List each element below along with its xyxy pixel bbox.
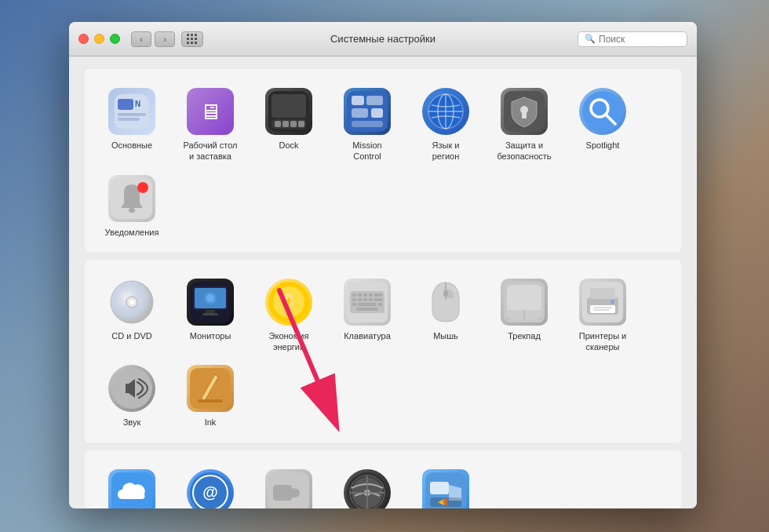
svg-rect-38 [206,310,215,313]
svg-point-34 [129,300,134,304]
pref-security[interactable]: Защита ибезопасность [485,82,563,169]
mission-icon [344,88,391,135]
sound-label: Звук [123,417,141,428]
pref-dock[interactable]: Dock [250,82,328,169]
minimize-button[interactable] [94,34,104,44]
svg-rect-30 [129,208,135,213]
pref-general[interactable]: N Основные [93,82,171,169]
svg-rect-56 [352,298,356,301]
svg-rect-55 [378,293,382,297]
pref-ink[interactable]: Ink [171,359,250,434]
section-internet: iCloud @ Учетные записиИнтернета [85,450,681,508]
general-icon: N [108,88,155,135]
pref-mouse[interactable]: Мышь [406,272,485,359]
pref-network[interactable]: Сеть [328,463,406,508]
maximize-button[interactable] [110,34,120,44]
nav-buttons: ‹ › [131,31,175,47]
traffic-lights [78,34,120,44]
svg-rect-16 [371,108,383,118]
pref-sound[interactable]: Звук [93,359,171,434]
personal-grid: N Основные 🖥 Рабочий столи заставка [93,82,673,244]
svg-rect-52 [363,293,367,297]
svg-rect-50 [352,293,356,297]
cddvd-icon [108,279,155,326]
svg-rect-63 [358,303,377,306]
cddvd-label: CD и DVD [111,330,151,341]
svg-rect-60 [374,298,378,301]
search-icon: 🔍 [585,34,596,44]
grid-icon [187,34,198,45]
monitor-label: Мониторы [190,330,231,341]
pref-monitor[interactable]: Мониторы [171,272,250,359]
monitor-icon [187,279,234,326]
svg-text:N: N [135,100,140,108]
titlebar: ‹ › Системные настройки 🔍 [69,22,697,56]
language-label: Язык ирегион [432,140,460,162]
svg-rect-59 [369,298,373,301]
svg-rect-54 [374,293,378,297]
mouse-icon [422,279,469,326]
forward-button[interactable]: › [155,31,175,47]
svg-point-31 [137,182,148,193]
close-button[interactable] [78,34,89,44]
icloud-icon [108,469,155,508]
svg-rect-57 [358,298,362,301]
svg-rect-15 [352,108,368,118]
energy-icon [265,279,312,326]
svg-rect-39 [202,313,218,315]
pref-keyboard[interactable]: Клавиатура [328,272,406,359]
svg-rect-17 [352,121,383,127]
language-icon [422,88,469,135]
network-icon [344,469,391,508]
svg-rect-8 [275,121,281,127]
printer-icon [579,279,626,326]
pref-cddvd[interactable]: CD и DVD [93,272,171,359]
window-title: Системные настройки [330,33,436,45]
svg-rect-14 [366,96,383,105]
pref-extensions[interactable]: Расширения [250,463,328,508]
pref-spotlight[interactable]: Spotlight [563,82,642,169]
pref-energy[interactable]: Экономияэнергии [250,272,328,359]
svg-rect-1 [118,99,133,110]
pref-icloud[interactable]: iCloud [93,463,171,508]
svg-rect-88 [289,490,293,496]
general-label: Основные [111,140,152,151]
pref-printer[interactable]: Принтеры исканеры [563,272,642,359]
trackpad-icon [501,279,548,326]
pref-desktop[interactable]: 🖥 Рабочий столи заставка [171,82,250,169]
svg-rect-53 [369,293,373,297]
pref-accounts[interactable]: @ Учетные записиИнтернета [171,463,250,508]
svg-point-41 [206,294,214,302]
hardware-grid: CD и DVD [93,272,673,435]
search-input[interactable] [599,34,680,45]
system-preferences-window: ‹ › Системные настройки 🔍 [69,22,697,508]
internet-grid: iCloud @ Учетные записиИнтернета [93,463,673,508]
sharing-icon [422,469,469,508]
svg-point-67 [443,290,448,297]
dock-label: Dock [279,140,298,151]
desktop-icon: 🖥 [187,88,234,135]
svg-point-26 [582,91,623,132]
sound-icon [108,365,155,412]
svg-rect-78 [610,300,614,304]
pref-sharing[interactable]: Общийдоступ [406,463,485,508]
mouse-label: Мышь [433,330,458,341]
svg-rect-77 [593,309,609,311]
content-area: N Основные 🖥 Рабочий столи заставка [69,56,697,508]
svg-rect-45 [286,314,291,315]
section-hardware: CD и DVD [85,260,681,443]
grid-view-button[interactable] [181,31,203,47]
pref-language[interactable]: Язык ирегион [406,82,485,169]
pref-trackpad[interactable]: Трекпад [485,272,563,359]
pref-mission[interactable]: MissionControl [328,82,406,169]
section-personal: N Основные 🖥 Рабочий столи заставка [85,69,681,252]
notifications-icon [108,175,155,222]
svg-rect-74 [590,288,615,299]
svg-rect-62 [352,303,356,306]
svg-rect-96 [430,482,449,494]
search-box[interactable]: 🔍 [578,31,687,47]
back-button[interactable]: ‹ [131,31,151,47]
svg-rect-81 [198,399,223,403]
printer-label: Принтеры исканеры [579,330,627,353]
pref-notifications[interactable]: Уведомления [93,169,171,244]
